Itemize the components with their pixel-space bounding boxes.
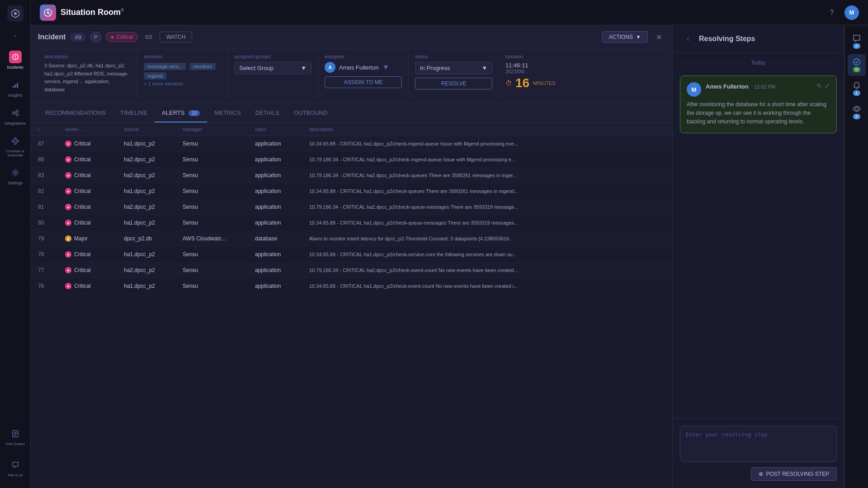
alert-description: 10.79.186.34 - CRITICAL ha2.dpcc_p2/chec… <box>309 267 665 273</box>
sidebar-item-talk-label: Talk to us <box>8 473 23 477</box>
resolve-steps-icon-item[interactable]: 0 <box>848 54 866 76</box>
status-chevron-icon: ▼ <box>481 65 487 71</box>
sidebar-expand-icon[interactable]: › <box>9 29 22 42</box>
assigned-groups-select[interactable]: Select Group ▼ <box>234 62 311 74</box>
table-row[interactable]: 79 ● Major dpcc_p2.db AWS Cloudwatc... d… <box>31 231 672 247</box>
critical-severity-icon: ● <box>65 251 71 258</box>
sidebar-item-settings-label: Settings <box>8 181 23 185</box>
incident-header: Incident #9 P ● Critical WATCH ACTIONS <box>31 25 672 104</box>
tab-recommendations[interactable]: RECOMMENDATIONS <box>38 104 113 122</box>
left-sidebar: › Incidents Insights <box>0 0 31 488</box>
sidebar-item-insights[interactable]: Insights <box>4 75 27 101</box>
alert-class: application <box>255 156 309 163</box>
tab-outbound[interactable]: OUTBOUND <box>287 104 335 122</box>
alert-id: 83 <box>38 172 65 178</box>
check-step-icon[interactable]: ✓ <box>825 82 830 89</box>
alert-severity: ● Critical <box>65 141 124 147</box>
alert-source: ha1.dpcc_p2 <box>124 141 183 147</box>
alert-id: 86 <box>38 156 65 163</box>
comments-icon-item[interactable]: 3 <box>848 31 866 52</box>
post-resolving-step-button[interactable]: ⊕ POST RESOLVING STEP <box>751 467 837 481</box>
table-header: i severi... source manager class descrip… <box>31 123 672 136</box>
main-content: Incident #9 P ● Critical WATCH ACTIONS <box>31 25 868 488</box>
sidebar-item-trial[interactable]: Trial Guides <box>4 424 27 450</box>
services-tags: message-serv... monitors mgend + 1 more … <box>144 62 221 86</box>
edit-step-icon[interactable]: ✎ <box>816 82 822 89</box>
watchers-icon-item[interactable]: 3 <box>848 101 866 123</box>
alert-source: ha1.dpcc_p2 <box>124 251 183 258</box>
table-row[interactable]: 82 ● Critical ha1.dpcc_p2 Sensu applicat… <box>31 183 672 199</box>
alert-class: application <box>255 267 309 273</box>
incident-label: Incident <box>38 33 66 41</box>
resolve-button[interactable]: RESOLVE <box>415 78 492 89</box>
alert-manager: Sensu <box>183 267 255 273</box>
app-title: Situation Room® <box>61 8 124 17</box>
link-icon[interactable] <box>142 31 155 43</box>
sidebar-item-settings[interactable]: Settings <box>4 163 27 189</box>
right-icons-panel: 3 0 1 3 <box>844 25 868 488</box>
alert-severity: ● Critical <box>65 283 124 289</box>
alert-manager: Sensu <box>183 156 255 163</box>
watch-button[interactable]: WATCH <box>160 32 193 42</box>
description-field: description 3 Source: dpcc_p2.db, ha1.dp… <box>38 49 137 98</box>
critical-severity-icon: ● <box>65 204 71 210</box>
services-more: + 1 more services <box>144 81 221 86</box>
alert-source: ha1.dpcc_p2 <box>124 283 183 289</box>
tab-details[interactable]: DETAILS <box>248 104 287 122</box>
close-button[interactable]: ✕ <box>652 31 665 43</box>
app-logo-small[interactable] <box>7 5 24 22</box>
tab-alerts[interactable]: ALERTS 10 <box>155 104 207 122</box>
panel-expand-icon[interactable]: ‹ <box>682 33 694 45</box>
alert-source: ha2.dpcc_p2 <box>124 156 183 163</box>
table-row[interactable]: 77 ● Critical ha2.dpcc_p2 Sensu applicat… <box>31 263 672 278</box>
help-icon[interactable]: ? <box>825 5 839 20</box>
user-avatar[interactable]: M <box>844 5 859 20</box>
tab-timeline[interactable]: TIMELINE <box>113 104 155 122</box>
alert-id: 78 <box>38 251 65 258</box>
service-tag-3: mgend <box>144 72 166 80</box>
alert-manager: Sensu <box>183 141 255 147</box>
status-label: status <box>415 54 492 59</box>
table-row[interactable]: 80 ● Critical ha1.dpcc_p2 Sensu applicat… <box>31 215 672 231</box>
svg-point-2 <box>15 58 16 59</box>
description-value: 3 Source: dpcc_p2.db, ha1.dpcc_p2, ha2.d… <box>44 62 131 94</box>
status-select[interactable]: In Progress ▼ <box>415 62 492 74</box>
group-select-chevron-icon: ▼ <box>301 65 307 71</box>
table-row[interactable]: 81 ● Critical ha2.dpcc_p2 Sensu applicat… <box>31 199 672 215</box>
alert-severity: ● Critical <box>65 156 124 163</box>
assignee-label: assignee <box>325 54 402 59</box>
col-header-manager: manager <box>183 127 255 132</box>
sidebar-item-incidents[interactable]: Incidents <box>4 47 27 73</box>
table-row[interactable]: 83 ● Critical ha2.dpcc_p2 Sensu applicat… <box>31 168 672 183</box>
sidebar-item-talk[interactable]: Talk to us <box>4 455 27 481</box>
resolving-steps-panel: ‹ Resolving Steps Today M Ames Fullerton… <box>673 25 844 488</box>
table-row[interactable]: 76 ● Critical ha1.dpcc_p2 Sensu applicat… <box>31 278 672 294</box>
alert-severity: ● Critical <box>65 267 124 273</box>
critical-severity-icon: ● <box>65 172 71 178</box>
alert-description: 10.79.186.34 - CRITICAL ha2.dpcc_p2/chec… <box>309 157 665 162</box>
resolving-step-card: M Ames Fullerton 12:02 PM ✎ ✓ After moni… <box>680 75 837 133</box>
table-row[interactable]: 86 ● Critical ha2.dpcc_p2 Sensu applicat… <box>31 152 672 168</box>
assign-to-me-button[interactable]: ASSIGN TO ME <box>325 76 402 88</box>
svg-rect-5 <box>17 83 18 88</box>
critical-severity-icon: ● <box>65 156 71 163</box>
timer-unit: MINUTES <box>533 80 556 86</box>
actions-button[interactable]: ACTIONS ▼ <box>602 31 648 43</box>
table-row[interactable]: 78 ● Critical ha1.dpcc_p2 Sensu applicat… <box>31 247 672 263</box>
critical-severity-icon: ● <box>65 188 71 194</box>
sidebar-item-integrations[interactable]: Integrations <box>4 103 27 129</box>
col-header-description: description <box>309 127 665 132</box>
actions-chevron-icon: ▼ <box>636 34 641 40</box>
tab-metrics[interactable]: METRICS <box>207 104 248 122</box>
sidebar-bottom: Trial Guides Talk to us <box>4 424 27 483</box>
col-header-severity: severi... <box>65 127 124 132</box>
table-row[interactable]: 87 ● Critical ha1.dpcc_p2 Sensu applicat… <box>31 136 672 152</box>
sidebar-item-correlate[interactable]: Correlate &Automate <box>4 131 27 161</box>
service-tag-1: message-serv... <box>144 63 186 70</box>
alert-source: ha1.dpcc_p2 <box>124 188 183 194</box>
timer-icon: ⏱ <box>505 80 512 87</box>
resolving-step-input[interactable] <box>680 426 837 462</box>
alert-description: 10.34.65.88 - CRITICAL ha1.dpcc_p2/check… <box>309 252 665 257</box>
col-header-source: source <box>124 127 183 132</box>
notifications-icon-item[interactable]: 1 <box>848 78 866 99</box>
